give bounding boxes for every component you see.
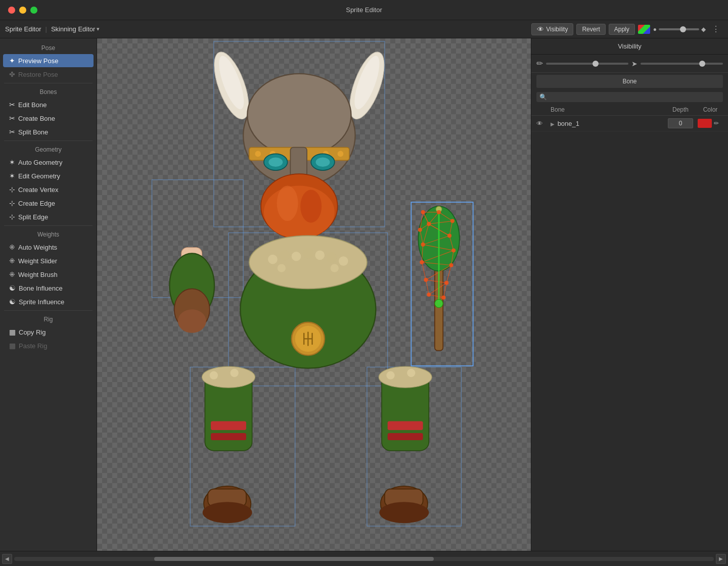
tool-split-edge[interactable]: ⊹ Split Edge <box>3 210 94 223</box>
svg-point-36 <box>303 248 313 259</box>
bone-depth-input[interactable] <box>668 118 693 128</box>
window-controls[interactable] <box>8 7 37 14</box>
tool-paste-rig[interactable]: ▦ Paste Rig <box>3 339 94 352</box>
minimize-button[interactable] <box>19 7 26 14</box>
svg-point-102 <box>450 219 454 223</box>
toolbar-separator: | <box>46 25 47 33</box>
bone-search-bar[interactable]: 🔍 <box>536 92 723 102</box>
color-swatch[interactable] <box>638 25 650 34</box>
search-icon: 🔍 <box>539 93 547 101</box>
section-geometry-header: Geometry <box>0 143 97 155</box>
right-panel: Visibility ✏ ➤ Bone 🔍 Bone Dept <box>531 38 728 551</box>
svg-point-35 <box>292 252 301 261</box>
svg-point-41 <box>331 264 339 272</box>
bone-depth-cell[interactable] <box>665 118 696 128</box>
apply-button[interactable]: Apply <box>609 24 635 35</box>
edit-geometry-icon: ✶ <box>9 172 15 180</box>
bone-visibility-toggle[interactable]: 👁 <box>536 120 549 127</box>
tool-bone-influence[interactable]: ☯ Bone Influence <box>3 281 94 295</box>
svg-line-92 <box>426 280 429 295</box>
svg-point-38 <box>326 252 337 263</box>
scroll-left-arrow[interactable]: ◀ <box>2 554 12 564</box>
svg-point-34 <box>279 250 290 260</box>
svg-point-25 <box>277 185 298 221</box>
tool-split-bone[interactable]: ✂ Split Bone <box>3 125 94 138</box>
create-bone-icon: ✂ <box>9 114 15 122</box>
bone-row[interactable]: 👁 ▶ bone_1 ✏ <box>531 116 728 131</box>
color-picker-icon[interactable]: ✏ <box>714 120 719 127</box>
tool-edit-bone[interactable]: ✂ Edit Bone <box>3 98 94 111</box>
revert-button[interactable]: Revert <box>576 24 605 35</box>
svg-point-101 <box>427 222 431 226</box>
tool-preview-pose[interactable]: ✦ Preview Pose <box>3 54 94 67</box>
weight-brush-icon: ⁜ <box>9 270 15 278</box>
svg-point-104 <box>418 228 422 231</box>
tool-weight-slider[interactable]: ⁜ Weight Slider <box>3 254 94 267</box>
svg-point-60 <box>417 371 425 380</box>
tool-edit-geometry[interactable]: ✶ Edit Geometry <box>3 169 94 182</box>
top-toolbar: Sprite Editor | Skinning Editor ▾ 👁 Visi… <box>0 20 728 38</box>
tool-create-bone[interactable]: ✂ Create Bone <box>3 112 94 125</box>
toolbar-left: Sprite Editor | Skinning Editor ▾ <box>5 25 527 33</box>
tool-auto-geometry[interactable]: ✶ Auto Geometry <box>3 156 94 169</box>
cursor-icon: ➤ <box>631 60 638 68</box>
weight-brush-label: Weight Brush <box>18 271 58 278</box>
expand-icon[interactable]: ▶ <box>551 121 555 127</box>
svg-point-59 <box>407 369 415 377</box>
svg-point-54 <box>203 502 252 523</box>
toolbar-slider[interactable] <box>659 28 699 30</box>
svg-point-40 <box>278 264 286 272</box>
svg-rect-61 <box>388 421 423 430</box>
canvas-area[interactable] <box>97 38 531 551</box>
preview-pose-icon: ✦ <box>9 57 15 65</box>
eye-visible-icon[interactable]: 👁 <box>536 120 543 127</box>
circle-icon: ● <box>653 26 657 33</box>
horizontal-scrollbar-track[interactable] <box>14 557 714 561</box>
left-panel: Pose ✦ Preview Pose ✤ Restore Pose Bones… <box>0 38 97 551</box>
bone-tab[interactable]: Bone <box>536 75 723 88</box>
viking-sprite <box>97 38 531 551</box>
auto-geometry-label: Auto Geometry <box>18 159 62 166</box>
create-vertex-label: Create Vertex <box>18 186 59 194</box>
scroll-right-arrow[interactable]: ▶ <box>716 554 726 564</box>
svg-point-112 <box>442 296 445 299</box>
close-button[interactable] <box>8 7 15 14</box>
tool-restore-pose[interactable]: ✤ Restore Pose <box>3 68 94 81</box>
editor-mode-dropdown[interactable]: Skinning Editor ▾ <box>51 25 100 33</box>
restore-pose-icon: ✤ <box>9 70 15 78</box>
diamond-icon: ◆ <box>701 26 706 33</box>
svg-point-30 <box>178 309 206 333</box>
size-slider[interactable] <box>641 63 723 65</box>
maximize-button[interactable] <box>30 7 37 14</box>
right-panel-title: Visibility <box>531 38 728 55</box>
tool-copy-rig[interactable]: ▦ Copy Rig <box>3 325 94 339</box>
tool-create-vertex[interactable]: ⊹ Create Vertex <box>3 183 94 196</box>
more-options-icon[interactable]: ⋮ <box>709 23 723 35</box>
tool-create-edge[interactable]: ⊹ Create Edge <box>3 197 94 210</box>
create-edge-icon: ⊹ <box>9 199 15 207</box>
section-rig-header: Rig <box>0 313 97 325</box>
col-header-color: Color <box>698 106 723 113</box>
bone-color-swatch[interactable] <box>698 119 712 128</box>
auto-weights-icon: ⁜ <box>9 243 15 251</box>
tool-sprite-influence[interactable]: ☯ Sprite Influence <box>3 295 94 308</box>
visibility-button[interactable]: 👁 Visibility <box>531 23 573 35</box>
svg-rect-62 <box>388 433 423 440</box>
svg-point-100 <box>437 210 441 214</box>
svg-point-21 <box>268 157 283 167</box>
window-title: Sprite Editor <box>346 6 382 14</box>
tool-weight-brush[interactable]: ⁜ Weight Brush <box>3 268 94 281</box>
svg-point-110 <box>445 281 448 285</box>
svg-point-46 <box>210 371 218 380</box>
tool-auto-weights[interactable]: ⁜ Auto Weights <box>3 241 94 254</box>
horizontal-scrollbar-thumb[interactable] <box>154 557 434 561</box>
svg-point-105 <box>421 243 425 246</box>
svg-point-33 <box>268 255 278 264</box>
svg-point-108 <box>449 263 453 267</box>
bone-influence-icon: ☯ <box>9 284 16 292</box>
split-bone-icon: ✂ <box>9 128 15 136</box>
svg-point-48 <box>230 369 238 377</box>
opacity-slider[interactable] <box>546 63 628 65</box>
bone-color-cell[interactable]: ✏ <box>698 119 723 128</box>
bone-search-input[interactable] <box>549 93 720 101</box>
